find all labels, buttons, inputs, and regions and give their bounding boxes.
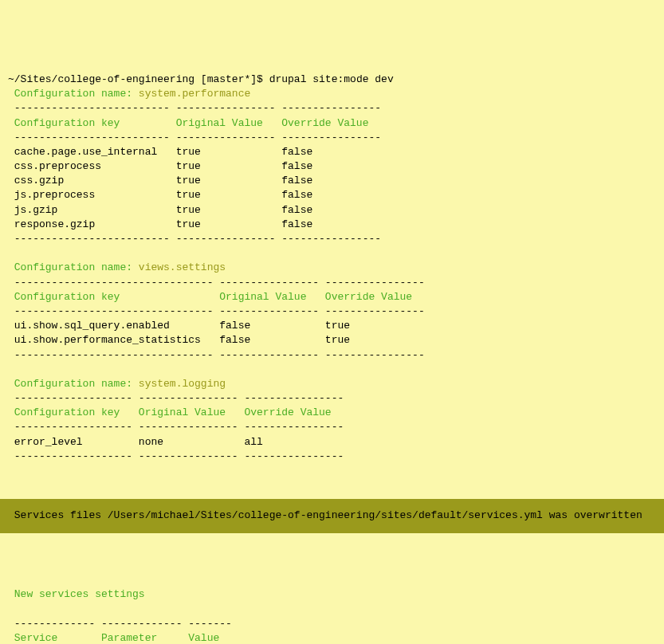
table-row: cache.page.use_internal true false — [8, 146, 312, 158]
table-header: Configuration key Original Value Overrid… — [8, 406, 332, 418]
config-name: views.settings — [139, 261, 226, 273]
table-row: css.gzip true false — [8, 175, 312, 187]
table-header: Configuration key Original Value Overrid… — [8, 291, 412, 303]
config-name: system.logging — [139, 378, 226, 390]
table-row: ui.show.performance_statistics false tru… — [8, 334, 350, 346]
table-row: ui.show.sql_query.enabled false true — [8, 320, 350, 332]
overwrite-banner: Services files /Users/michael/Sites/coll… — [0, 499, 664, 532]
terminal-output: ~/Sites/college-of-engineering [master*]… — [0, 58, 664, 478]
shell-prompt: ~/Sites/college-of-engineering [master*]… — [8, 73, 263, 85]
table-row: css.preprocess true false — [8, 160, 312, 172]
table-header: Configuration key Original Value Overrid… — [8, 117, 368, 129]
config-name: system.performance — [139, 88, 250, 100]
config-sections: Configuration name: system.performance -… — [8, 87, 656, 464]
table-divider: -------------------------------- -------… — [8, 349, 425, 361]
terminal-output-2: New services settings ------------- ----… — [0, 548, 664, 644]
config-label: Configuration name: — [8, 88, 139, 100]
table-row: js.preprocess true false — [8, 189, 312, 201]
table-row: response.gzip true false — [8, 218, 312, 230]
table-divider: ------------------- ---------------- ---… — [8, 392, 344, 404]
table-divider: ------------------------- --------------… — [8, 233, 381, 245]
config-label: Configuration name: — [8, 261, 139, 273]
table-row: error_level none all — [8, 436, 263, 448]
table-divider: -------------------------------- -------… — [8, 305, 425, 317]
table-divider: ------------------------- --------------… — [8, 132, 381, 143]
table-divider: ------------------------- --------------… — [8, 102, 381, 114]
table-header: Service Parameter Value — [8, 632, 219, 644]
table-divider: ------------------- ---------------- ---… — [8, 450, 344, 462]
services-title: New services settings — [8, 588, 145, 600]
table-divider: -------------------------------- -------… — [8, 277, 425, 289]
config-label: Configuration name: — [8, 378, 139, 390]
table-divider: ------------------- ---------------- ---… — [8, 421, 344, 433]
table-row: js.gzip true false — [8, 204, 312, 216]
shell-command: drupal site:mode dev — [263, 73, 394, 85]
services-table: ------------- ------------- ------- Serv… — [8, 602, 656, 644]
table-divider: ------------- ------------- ------- — [8, 618, 232, 630]
